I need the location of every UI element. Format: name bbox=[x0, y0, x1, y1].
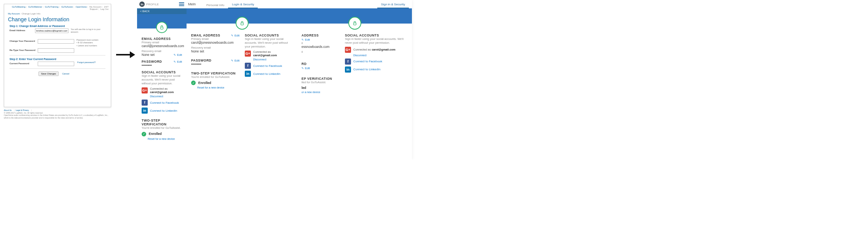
recovery-email-label: Recovery email bbox=[191, 46, 239, 49]
hamburger-icon[interactable] bbox=[179, 2, 184, 6]
email-field[interactable] bbox=[35, 28, 68, 33]
google-connected: Connected as carol@gmail.com bbox=[253, 50, 293, 57]
nav-link[interactable]: GoToAssist bbox=[61, 6, 73, 8]
nav-link[interactable]: GoToTraining bbox=[45, 6, 59, 8]
check-icon: ✓ bbox=[142, 132, 146, 136]
current-password-label: Current Password bbox=[10, 61, 38, 65]
linkedin-icon: in bbox=[142, 108, 148, 114]
social-heading: SOCIAL ACCOUNTS bbox=[345, 33, 408, 37]
edit-password-link[interactable]: Edit bbox=[174, 60, 182, 63]
email-heading: EMAIL ADDRESS bbox=[142, 37, 182, 41]
connect-linkedin-link[interactable]: Connect to LinkedIn bbox=[353, 68, 380, 71]
twostep-desc-clipped: lled for GoToAssist. bbox=[302, 81, 340, 84]
old-footer: About Us| Legal & Privacy| © 1999-2017 L… bbox=[4, 109, 110, 119]
password-heading: PASSWORD bbox=[142, 60, 162, 63]
recovery-email-value: None set bbox=[191, 49, 239, 53]
password-mask: ••••••••• bbox=[191, 62, 239, 66]
new-password-field[interactable] bbox=[38, 39, 74, 44]
brand-label: PROFILE bbox=[146, 3, 159, 6]
breadcrumb: My Account : Change Login Info bbox=[4, 12, 111, 15]
primary-email-value: carol@jonessnowboards.com bbox=[191, 41, 239, 44]
google-connected: Connected as carol@gmail.com bbox=[353, 48, 396, 51]
check-icon: ✓ bbox=[191, 81, 196, 85]
edit-password-link[interactable]: Edit bbox=[231, 59, 239, 62]
retype-password-label: Re-Type Your Password bbox=[10, 48, 38, 51]
recovery-email-value: None set bbox=[142, 53, 155, 57]
retype-password-field[interactable] bbox=[38, 48, 74, 53]
connect-linkedin-link[interactable]: Connect to LinkedIn bbox=[150, 109, 177, 112]
svg-rect-1 bbox=[241, 23, 244, 25]
google-connected: Connected as carol@gmail.com bbox=[150, 87, 182, 94]
breadcrumb-current: Change Login Info bbox=[22, 13, 40, 15]
tab-login-security[interactable]: Login & Security bbox=[228, 1, 258, 8]
panel-profile-narrow: ln PROFILE < BACK EMAIL ADDRESS Primary … bbox=[137, 0, 187, 160]
step2-heading: Step 2: Enter Your Current Password bbox=[10, 58, 105, 60]
primary-email-label-clipped: il bbox=[302, 41, 340, 45]
google-disconnect-link[interactable]: Disconnect bbox=[253, 58, 266, 61]
recovery-email-label: Recovery email bbox=[142, 49, 182, 53]
nav-link[interactable]: Log Out bbox=[101, 8, 108, 10]
tabs: Sign in & Security bbox=[298, 0, 412, 8]
primary-email-value: carol@jonessnowboards.com bbox=[142, 44, 182, 48]
tab-signin-security[interactable]: Sign in & Security bbox=[377, 1, 409, 8]
google-icon: G+ bbox=[345, 47, 351, 53]
forgot-password-link[interactable]: Forgot password? bbox=[77, 61, 96, 63]
linkedin-icon: in bbox=[345, 66, 351, 73]
shield-lock-icon bbox=[348, 17, 361, 30]
google-icon: G+ bbox=[245, 51, 251, 57]
current-password-field[interactable] bbox=[38, 62, 74, 66]
nav-link[interactable]: GoToMeeting bbox=[12, 6, 26, 8]
brand-fragment: MeIn bbox=[188, 2, 196, 6]
password-heading: PASSWORD bbox=[191, 59, 211, 62]
nav-link[interactable]: GoToWebinar bbox=[28, 6, 42, 8]
footer-link[interactable]: About Us bbox=[4, 109, 12, 111]
connect-facebook-link[interactable]: Connect to Facebook bbox=[150, 101, 179, 104]
google-disconnect-link[interactable]: Disconnect bbox=[353, 54, 367, 57]
social-desc: Sign in faster using your social account… bbox=[245, 37, 293, 48]
social-heading: SOCIAL ACCOUNTS bbox=[245, 33, 293, 37]
connect-facebook-link[interactable]: Connect to Facebook bbox=[353, 60, 382, 63]
nav-link[interactable]: OpenVoice bbox=[75, 6, 86, 8]
cancel-link[interactable]: Cancel bbox=[62, 73, 69, 75]
reset-device-link-clipped[interactable]: or a new device bbox=[302, 91, 320, 93]
edit-recovery-link[interactable]: Edit bbox=[174, 53, 182, 57]
panel-old-change-login: GoToMeeting| GoToWebinar| GoToTraining| … bbox=[4, 4, 111, 107]
email-label: Email Address bbox=[10, 28, 35, 32]
edit-email-link[interactable]: Edit bbox=[302, 38, 310, 41]
page-title: Change Login Information bbox=[8, 16, 107, 22]
tabs: Personal Info Login & Security bbox=[203, 0, 258, 8]
facebook-icon: f bbox=[245, 63, 251, 69]
breadcrumb-link[interactable]: My Account bbox=[8, 13, 20, 15]
email-heading: EMAIL ADDRESS bbox=[191, 33, 220, 37]
back-button[interactable]: < BACK bbox=[137, 8, 187, 14]
twostep-heading: TWO-STEP VERIFICATION bbox=[142, 119, 182, 126]
twostep-heading-clipped: EP VERIFICATION bbox=[302, 77, 340, 81]
recovery-email-label-clipped: il bbox=[302, 50, 340, 54]
facebook-icon: f bbox=[142, 100, 148, 106]
footer-link[interactable]: Legal & Privacy bbox=[16, 109, 29, 111]
svg-rect-2 bbox=[354, 23, 356, 25]
password-heading-clipped: RD bbox=[302, 62, 340, 66]
twostep-heading: TWO-STEP VERIFICATION bbox=[191, 71, 239, 75]
email-help: You will use this to log in to your acco… bbox=[71, 28, 105, 33]
email-heading-clipped: ADDRESS bbox=[302, 33, 340, 37]
arrow-icon bbox=[116, 51, 135, 58]
save-button[interactable]: Save Changes bbox=[38, 71, 59, 76]
new-password-label: Change Your Password bbox=[10, 39, 38, 42]
enrolled-status: Enrolled bbox=[149, 132, 162, 136]
edit-password-link[interactable]: Edit bbox=[302, 66, 310, 70]
reset-device-link[interactable]: Reset for a new device bbox=[148, 138, 175, 140]
social-desc: Sign in faster using your social account… bbox=[345, 37, 408, 45]
step1-heading: Step 1: Change Email Address or Password bbox=[10, 25, 105, 27]
panel-profile-wide-clipped: Sign in & Security ADDRESS Edit il essno… bbox=[298, 0, 412, 160]
reset-device-link[interactable]: Reset for a new device bbox=[197, 86, 224, 89]
google-icon: G+ bbox=[142, 87, 148, 93]
enrolled-status-clipped: led bbox=[302, 86, 340, 90]
edit-email-link[interactable]: Edit bbox=[231, 34, 239, 37]
connect-linkedin-link[interactable]: Connect to LinkedIn bbox=[253, 72, 280, 76]
connect-facebook-link[interactable]: Connect to Facebook bbox=[253, 64, 282, 68]
primary-email-label: Primary email bbox=[142, 41, 182, 44]
twostep-desc: You're enrolled for GoToAssist. bbox=[142, 126, 182, 130]
tab-personal-info[interactable]: Personal Info bbox=[203, 2, 228, 8]
google-disconnect-link[interactable]: Disconnect bbox=[150, 95, 163, 98]
